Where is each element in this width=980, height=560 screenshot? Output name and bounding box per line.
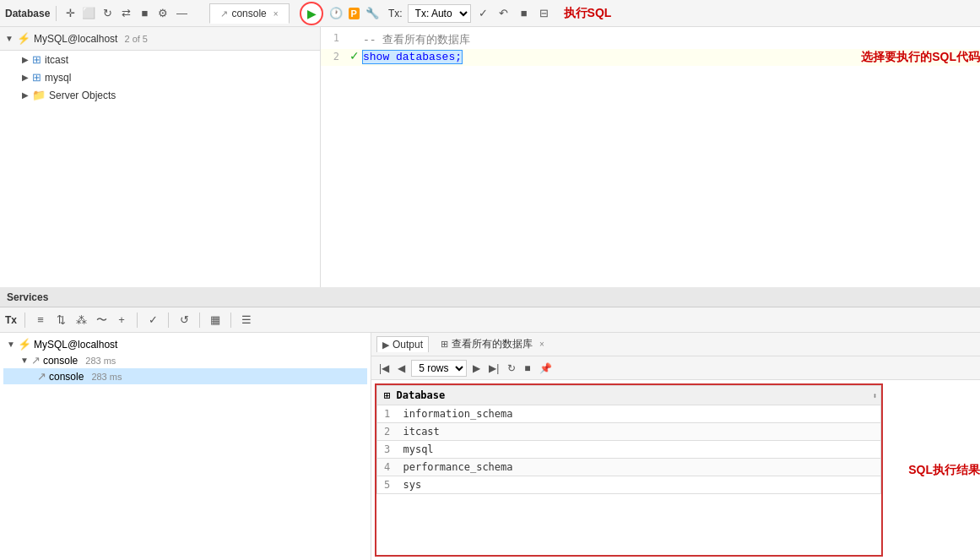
output-tabs: ▶ Output ⊞ 查看所有的数据库 × — [371, 333, 980, 356]
db-icon: ⊞ — [384, 389, 396, 401]
sort-icon[interactable]: ⬍ — [872, 391, 877, 400]
table-row: 4 performance_schema — [377, 459, 881, 476]
db-value-2: itcast — [403, 426, 439, 438]
mysql-icon: ⊞ — [32, 71, 41, 84]
run-button[interactable]: ▶ — [300, 2, 323, 25]
wrench-icon[interactable]: 🔧 — [365, 6, 380, 21]
row-num-4: 4 — [384, 461, 397, 473]
table-row: 5 sys — [377, 476, 881, 494]
console-tab-icon: ↗ — [220, 8, 228, 19]
mysql-label: mysql — [45, 72, 71, 84]
console-tab[interactable]: ↗ console × — [209, 3, 289, 24]
services-root-icon: ⚡ — [18, 338, 31, 351]
services-lines-icon[interactable]: ☰ — [239, 313, 254, 328]
row-num-3: 3 — [384, 443, 397, 455]
row-num-2: 2 — [384, 426, 397, 438]
services-root-chevron[interactable]: ▼ — [7, 340, 15, 349]
output-icon: ▶ — [382, 340, 389, 351]
query-tab-close[interactable]: × — [539, 340, 544, 349]
history-icon[interactable]: 🕐 — [328, 6, 344, 21]
filter-icon-db[interactable]: ⇄ — [118, 6, 133, 21]
sidebar-item-server-objects[interactable]: ▶ 📁 Server Objects — [0, 86, 320, 104]
mysql-chevron[interactable]: ▶ — [22, 73, 29, 82]
tx-auto-select[interactable]: Tx: Auto — [408, 4, 471, 23]
console-tab-close[interactable]: × — [273, 9, 279, 19]
db-value-4: performance_schema — [403, 461, 512, 473]
server-objects-chevron[interactable]: ▶ — [22, 90, 29, 100]
services-list-icon[interactable]: ≡ — [33, 313, 48, 328]
services-wave-icon[interactable]: 〜 — [94, 313, 109, 328]
stop-results-btn[interactable]: ■ — [522, 362, 533, 375]
services-undo-icon[interactable]: ↺ — [176, 313, 192, 328]
services-tree: ▼ ⚡ MySQL@localhost ▼ ↗ console 283 ms — [0, 333, 371, 388]
services-tree-child2[interactable]: ↗ console 283 ms — [3, 368, 367, 384]
table-row: 2 itcast — [377, 423, 881, 441]
add-icon[interactable]: ✛ — [62, 6, 78, 21]
services-tree-child1[interactable]: ▼ ↗ console 283 ms — [3, 352, 367, 368]
services-sort-icon[interactable]: ⇅ — [53, 313, 68, 328]
code-line-2: 2 ✓ show databases; 选择要执行的SQL代码 — [321, 49, 980, 66]
code-editor[interactable]: 1 -- 查看所有的数据库 2 ✓ show databases; 选择要执行的… — [321, 27, 980, 287]
sql-result-annotation: SQL执行结果 — [908, 463, 980, 478]
grid-icon[interactable]: ⊟ — [537, 6, 552, 21]
services-child1-meta: 283 ms — [85, 356, 116, 366]
sidebar-item-itcast[interactable]: ▶ ⊞ itcast — [0, 51, 320, 68]
sql-keyword: show databases; — [363, 51, 462, 63]
db-header-label: Database — [396, 389, 445, 401]
server-objects-icon: 📁 — [32, 89, 46, 101]
last-page-btn[interactable]: ▶| — [486, 362, 501, 375]
sep3 — [137, 313, 138, 328]
rows-select[interactable]: 5 rows — [411, 360, 467, 377]
tx-label: Tx: — [388, 8, 403, 19]
connection-label: MySQL@localhost — [34, 33, 118, 45]
services-tree-root[interactable]: ▼ ⚡ MySQL@localhost — [3, 336, 367, 352]
table-row: 1 information_schema — [377, 405, 881, 423]
root-chevron[interactable]: ▼ — [5, 34, 14, 43]
db-column-header[interactable]: ⊞ Database ⬍ — [377, 386, 881, 405]
minus-icon[interactable]: — — [174, 6, 189, 21]
sidebar-item-mysql[interactable]: ▶ ⊞ mysql — [0, 68, 320, 86]
copy-icon[interactable]: ⬜ — [81, 6, 96, 21]
services-node-icon[interactable]: ⁂ — [73, 313, 89, 328]
sidebar-header: ▼ ⚡ MySQL@localhost 2 of 5 — [0, 27, 320, 51]
play-icon: ▶ — [307, 7, 317, 20]
itcast-label: itcast — [45, 54, 68, 66]
results-table: ⊞ Database ⬍ 1 — [376, 385, 881, 494]
query-tab[interactable]: ⊞ 查看所有的数据库 × — [436, 335, 550, 353]
line-number-2: 2 — [321, 49, 346, 63]
next-page-btn[interactable]: ▶ — [470, 362, 483, 375]
check-icon[interactable]: ✓ — [476, 6, 491, 21]
server-objects-label: Server Objects — [49, 90, 116, 101]
services-root-label: MySQL@localhost — [34, 339, 118, 351]
services-toolbar: Tx ≡ ⇅ ⁂ 〜 + ✓ ↺ ▦ ☰ — [0, 307, 980, 333]
table-cell: 4 performance_schema — [377, 459, 881, 476]
services-child1-chevron[interactable]: ▼ — [20, 356, 29, 365]
undo-icon[interactable]: ↶ — [496, 6, 512, 21]
table-cell: 1 information_schema — [377, 405, 881, 423]
prev-page-btn[interactable]: ◀ — [395, 362, 408, 375]
line-content-1: -- 查看所有的数据库 — [363, 30, 980, 49]
refresh-icon[interactable]: ↻ — [100, 6, 115, 21]
services-child1-label: console — [43, 355, 78, 367]
refresh-btn[interactable]: ↻ — [505, 362, 518, 375]
console-tab-label: console — [231, 8, 266, 19]
query-tab-label: 查看所有的数据库 — [452, 337, 533, 351]
top-section: Database ✛ ⬜ ↻ ⇄ ■ ⚙ — ↗ console × ▶ — [0, 0, 980, 287]
services-rows-icon[interactable]: ▦ — [208, 313, 223, 328]
services-right-panel: ▶ Output ⊞ 查看所有的数据库 × |◀ ◀ — [371, 333, 980, 560]
services-add-icon[interactable]: + — [114, 313, 129, 328]
gear-icon[interactable]: ⚙ — [155, 6, 171, 21]
stop-icon-db[interactable]: ■ — [137, 6, 152, 21]
sep1 — [56, 6, 57, 21]
stop-icon[interactable]: ■ — [517, 6, 532, 21]
code-line-1: 1 -- 查看所有的数据库 — [321, 30, 980, 49]
first-page-btn[interactable]: |◀ — [376, 362, 392, 375]
p-button[interactable]: P — [349, 8, 360, 19]
pin-btn[interactable]: 📌 — [537, 362, 555, 375]
select-sql-annotation: 选择要执行的SQL代码 — [861, 50, 980, 65]
sep2 — [24, 313, 25, 328]
table-cell: 2 itcast — [377, 423, 881, 441]
output-tab[interactable]: ▶ Output — [376, 336, 429, 352]
services-check-icon[interactable]: ✓ — [145, 313, 160, 328]
itcast-chevron[interactable]: ▶ — [22, 55, 29, 64]
